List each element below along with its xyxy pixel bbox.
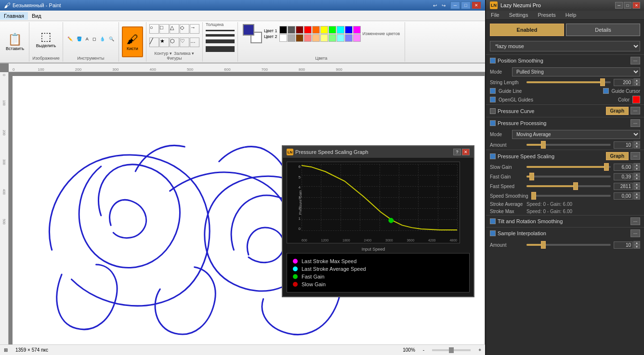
speed-smoothing-down[interactable]: ▼ bbox=[633, 196, 640, 200]
tilt-rotation-checkbox[interactable] bbox=[490, 218, 496, 224]
pss-graph-button[interactable]: Graph bbox=[606, 152, 629, 160]
pressure-processing-checkbox[interactable] bbox=[490, 120, 496, 126]
shape-triangle[interactable]: △ bbox=[170, 24, 179, 34]
speed-smoothing-input[interactable] bbox=[614, 192, 633, 200]
shape-arrow[interactable]: → bbox=[190, 24, 199, 34]
pressure-processing-options-button[interactable]: ··· bbox=[631, 119, 640, 127]
brushes-button[interactable]: 🖌 Кисти bbox=[122, 26, 143, 57]
color-light-red[interactable] bbox=[304, 34, 312, 42]
undo-button[interactable]: ↩ bbox=[431, 1, 439, 9]
thickness-1[interactable] bbox=[206, 30, 235, 31]
fast-speed-slider[interactable] bbox=[526, 185, 611, 187]
color-red[interactable] bbox=[304, 26, 312, 34]
pressure-curve-graph-button[interactable]: Graph bbox=[606, 107, 629, 115]
select-button[interactable]: ⬚ Выделить bbox=[34, 24, 58, 54]
change-colors-button[interactable]: Изменение цветов bbox=[363, 31, 400, 36]
ln-minimize-button[interactable]: ─ bbox=[615, 2, 623, 9]
opengl-guides-checkbox[interactable] bbox=[490, 97, 496, 102]
slow-gain-up[interactable]: ▲ bbox=[633, 163, 640, 167]
pp-mode-select[interactable]: Moving Average bbox=[512, 130, 640, 139]
color-orange[interactable] bbox=[312, 26, 320, 34]
zoom-out-button[interactable]: - bbox=[423, 347, 424, 353]
fast-speed-input[interactable] bbox=[614, 183, 633, 190]
enabled-button[interactable]: Enabled bbox=[490, 24, 564, 36]
sample-interpolation-checkbox[interactable] bbox=[490, 230, 496, 236]
shape-heart[interactable]: ♡ bbox=[180, 38, 189, 47]
string-length-slider[interactable] bbox=[526, 81, 611, 83]
shape-line[interactable]: ╱ bbox=[149, 38, 159, 47]
thickness-3[interactable] bbox=[206, 39, 235, 43]
close-button[interactable]: ✕ bbox=[472, 1, 481, 9]
fast-gain-down[interactable]: ▼ bbox=[633, 177, 640, 180]
color-light-cyan[interactable] bbox=[337, 34, 344, 42]
guide-cursor-checkbox[interactable] bbox=[603, 88, 609, 94]
pressure-curve-checkbox[interactable] bbox=[490, 108, 496, 114]
fast-speed-up[interactable]: ▲ bbox=[633, 182, 640, 186]
fast-gain-slider[interactable] bbox=[526, 176, 611, 178]
shape-rect[interactable]: □ bbox=[159, 24, 169, 34]
pss-options-button[interactable]: ··· bbox=[631, 152, 640, 160]
ln-close-button[interactable]: ✕ bbox=[632, 2, 640, 9]
maximize-button[interactable]: □ bbox=[461, 1, 471, 9]
string-length-up[interactable]: ▲ bbox=[633, 78, 640, 82]
pp-amount-slider[interactable] bbox=[526, 144, 611, 146]
minimize-button[interactable]: ─ bbox=[450, 1, 460, 9]
eyedropper-button[interactable]: 💧 bbox=[98, 36, 106, 42]
shape-hexagon[interactable]: ⬡ bbox=[170, 38, 179, 47]
menu-item-view[interactable]: Вид bbox=[28, 12, 45, 20]
fast-speed-down[interactable]: ▼ bbox=[633, 186, 640, 190]
pencil-button[interactable]: ✏️ bbox=[66, 36, 74, 42]
guide-line-checkbox[interactable] bbox=[490, 88, 496, 94]
amount-down[interactable]: ▼ bbox=[633, 245, 640, 249]
sample-interpolation-options-button[interactable]: ··· bbox=[631, 229, 640, 237]
color-pink[interactable] bbox=[353, 34, 361, 42]
thickness-4[interactable] bbox=[206, 46, 235, 52]
fast-gain-input[interactable] bbox=[614, 173, 633, 180]
ln-menu-presets[interactable]: Presets bbox=[533, 11, 560, 19]
color-cyan[interactable] bbox=[337, 26, 344, 34]
amount-slider[interactable] bbox=[526, 244, 611, 246]
shape-ellipse[interactable]: ○ bbox=[149, 24, 159, 34]
graph-help-button[interactable]: ? bbox=[453, 149, 461, 155]
color-blue[interactable] bbox=[345, 26, 353, 34]
thickness-2[interactable] bbox=[206, 34, 235, 37]
color-green[interactable] bbox=[329, 26, 336, 34]
profile-select[interactable]: *lazy mouse bbox=[490, 41, 640, 51]
tilt-rotation-options-button[interactable]: ··· bbox=[631, 217, 640, 225]
paste-button[interactable]: 📋 Вставить bbox=[4, 26, 26, 57]
color-white[interactable] bbox=[279, 34, 287, 42]
pressure-curve-options-button[interactable]: ··· bbox=[631, 107, 640, 114]
mode-select[interactable]: Pulled String Lazy Mouse Moving Average bbox=[512, 67, 640, 76]
contour-dropdown[interactable]: Контур ▾ bbox=[155, 51, 172, 56]
slow-gain-input[interactable] bbox=[614, 164, 633, 171]
color1-block[interactable] bbox=[243, 24, 254, 36]
pp-amount-input[interactable] bbox=[614, 141, 633, 149]
position-smoothing-checkbox[interactable] bbox=[490, 58, 496, 63]
fill-dropdown[interactable]: Заливка ▾ bbox=[174, 51, 194, 56]
color-black[interactable] bbox=[279, 26, 287, 34]
color-dark-red[interactable] bbox=[296, 26, 303, 34]
color-light-yellow[interactable] bbox=[320, 34, 328, 42]
shape-diamond[interactable]: ◇ bbox=[180, 24, 189, 34]
color-magenta[interactable] bbox=[353, 26, 361, 34]
amount-up[interactable]: ▲ bbox=[633, 241, 640, 245]
ln-maximize-button[interactable]: □ bbox=[624, 2, 631, 9]
amount-input[interactable] bbox=[614, 241, 633, 249]
fast-gain-up[interactable]: ▲ bbox=[633, 173, 640, 177]
menu-item-home[interactable]: Главная bbox=[0, 12, 28, 20]
string-length-input[interactable] bbox=[614, 79, 633, 86]
color-yellow[interactable] bbox=[320, 26, 328, 34]
color-gray[interactable] bbox=[288, 26, 295, 34]
ln-menu-help[interactable]: Help bbox=[561, 11, 581, 19]
magnify-button[interactable]: 🔍 bbox=[107, 36, 116, 42]
ln-content-scroll[interactable]: Position Smoothing ··· Mode Pulled Strin… bbox=[486, 54, 644, 355]
pp-amount-up[interactable]: ▲ bbox=[633, 141, 640, 145]
speed-smoothing-slider[interactable] bbox=[531, 195, 611, 197]
speed-smoothing-up[interactable]: ▲ bbox=[633, 192, 640, 196]
zoom-in-button[interactable]: + bbox=[478, 347, 481, 353]
color-brown[interactable] bbox=[296, 34, 303, 42]
position-smoothing-options-button[interactable]: ··· bbox=[631, 57, 640, 64]
ln-menu-file[interactable]: File bbox=[486, 11, 504, 19]
zoom-slider[interactable] bbox=[432, 349, 471, 351]
pressure-speed-scaling-checkbox[interactable] bbox=[490, 153, 496, 159]
